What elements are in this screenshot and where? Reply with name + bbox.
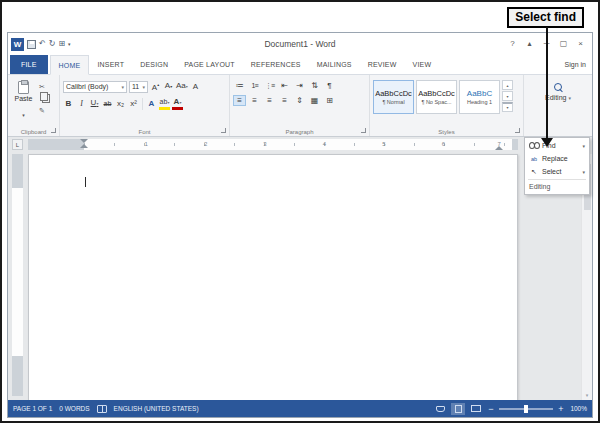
paste-label: Paste	[15, 95, 33, 102]
superscript-button[interactable]: x²	[128, 98, 139, 110]
find-dropdown-arrow-icon[interactable]: ▾	[582, 143, 585, 149]
format-painter-icon[interactable]: ✎	[39, 106, 50, 115]
subscript-button[interactable]: x₂	[115, 98, 126, 110]
bold-button[interactable]: B	[63, 98, 74, 110]
word-logo-icon[interactable]: W	[11, 38, 24, 51]
align-right-button[interactable]	[263, 95, 276, 106]
shrink-font-button[interactable]: A	[163, 80, 174, 93]
tab-review[interactable]: REVIEW	[360, 55, 405, 74]
editing-group-button[interactable]: Editing	[545, 82, 571, 101]
align-center-button[interactable]	[248, 95, 261, 106]
maximize-button[interactable]: ▢	[555, 36, 572, 52]
styles-scroll-down-icon[interactable]: ▾	[502, 91, 513, 101]
grow-font-button[interactable]: A	[150, 79, 161, 94]
zoom-slider[interactable]	[499, 408, 553, 410]
language-indicator[interactable]: ENGLISH (UNITED STATES)	[114, 405, 199, 412]
tab-home[interactable]: HOME	[50, 55, 90, 75]
touch-mode-icon[interactable]: ⊞	[58, 40, 65, 48]
clear-formatting-button[interactable]: A	[190, 81, 201, 93]
scroll-down-icon[interactable]: ▾	[586, 392, 589, 399]
font-dialog-launcher[interactable]	[221, 128, 226, 133]
right-indent-marker[interactable]	[495, 146, 503, 150]
redo-icon[interactable]: ↻	[49, 40, 56, 48]
multilevel-list-button[interactable]	[263, 80, 276, 91]
close-button[interactable]: ×	[572, 36, 589, 52]
zoom-percentage[interactable]: 100%	[569, 405, 587, 412]
font-color-button[interactable]: A	[172, 97, 183, 110]
paste-button[interactable]: Paste	[11, 78, 36, 124]
font-size-select[interactable]: 11	[129, 81, 148, 93]
strikethrough-button[interactable]: ab	[102, 98, 113, 110]
tab-insert[interactable]: INSERT	[89, 55, 132, 74]
show-formatting-marks-button[interactable]	[323, 80, 336, 91]
style-normal[interactable]: AaBbCcDc ¶ Normal	[373, 80, 414, 114]
save-icon[interactable]	[27, 40, 36, 49]
ruler-number: 6	[442, 140, 445, 149]
clipboard-group: Paste ✂ ✎ Clipboard	[8, 75, 60, 136]
ruler-number: 3	[263, 140, 266, 149]
ribbon-display-options-button[interactable]: ▴	[521, 36, 538, 52]
print-layout-button[interactable]	[451, 403, 465, 415]
tab-file[interactable]: FILE	[10, 55, 48, 74]
align-left-button[interactable]	[233, 95, 246, 106]
proofing-icon[interactable]	[97, 405, 107, 413]
tab-mailings[interactable]: MAILINGS	[309, 55, 360, 74]
editing-group: Editing	[524, 75, 592, 136]
numbering-button[interactable]	[248, 80, 261, 91]
clipboard-dialog-launcher[interactable]	[51, 128, 56, 133]
tab-page-layout[interactable]: PAGE LAYOUT	[176, 55, 243, 74]
ruler-text-region: 1 2 3 4 5 6 7	[84, 139, 512, 150]
document-page[interactable]	[28, 154, 518, 400]
undo-icon[interactable]: ↶	[39, 40, 46, 48]
read-mode-button[interactable]	[433, 403, 447, 415]
tab-view[interactable]: VIEW	[405, 55, 440, 74]
cut-icon[interactable]: ✂	[39, 82, 50, 91]
tab-references[interactable]: REFERENCES	[243, 55, 309, 74]
text-effects-button[interactable]: A	[146, 98, 157, 110]
tab-selector[interactable]	[12, 139, 23, 150]
underline-button[interactable]: U	[89, 97, 100, 110]
page-indicator[interactable]: PAGE 1 OF 1	[13, 405, 52, 412]
left-indent-marker[interactable]	[80, 139, 88, 148]
styles-dialog-launcher[interactable]	[515, 128, 520, 133]
paragraph-dialog-launcher[interactable]	[361, 128, 366, 133]
change-case-button[interactable]: Aa	[176, 80, 188, 93]
status-bar-right: − + 100%	[433, 403, 587, 415]
italic-button[interactable]: I	[76, 98, 87, 110]
styles-gallery-scroll: ▴ ▾ ▾	[502, 80, 513, 124]
line-spacing-button[interactable]	[293, 95, 306, 106]
menu-item-select[interactable]: ↖ Select ▾	[526, 165, 588, 178]
style-preview: AaBbC	[467, 89, 492, 98]
borders-button[interactable]	[323, 95, 336, 106]
menu-item-replace[interactable]: Replace	[526, 152, 588, 165]
menu-separator	[528, 179, 586, 180]
decrease-indent-button[interactable]	[278, 80, 291, 91]
increase-indent-button[interactable]	[293, 80, 306, 91]
select-dropdown-arrow-icon[interactable]: ▾	[582, 169, 585, 175]
style-heading-1[interactable]: AaBbC Heading 1	[459, 80, 500, 114]
styles-gallery-more-icon[interactable]: ▾	[502, 102, 513, 112]
font-name-select[interactable]: Calibri (Body)	[63, 81, 127, 93]
zoom-slider-thumb[interactable]	[524, 405, 528, 413]
shading-button[interactable]	[308, 95, 321, 106]
menu-item-find[interactable]: Find ▾	[526, 139, 588, 152]
qat-customize-arrow-icon[interactable]: ▾	[68, 41, 71, 47]
copy-icon[interactable]	[42, 94, 50, 103]
horizontal-ruler[interactable]: 1 2 3 4 5 6 7	[28, 139, 518, 150]
sort-button[interactable]	[308, 80, 321, 91]
bullets-button[interactable]	[233, 80, 246, 91]
web-layout-button[interactable]	[469, 403, 483, 415]
style-no-spacing[interactable]: AaBbCcDc ¶ No Spac...	[416, 80, 457, 114]
help-button[interactable]: ?	[504, 36, 521, 52]
word-count[interactable]: 0 WORDS	[59, 405, 89, 412]
clipboard-icon	[18, 81, 29, 94]
tab-design[interactable]: DESIGN	[132, 55, 176, 74]
styles-scroll-up-icon[interactable]: ▴	[502, 80, 513, 90]
highlight-color-button[interactable]: ab	[159, 97, 170, 110]
sign-in-link[interactable]: Sign in	[565, 61, 592, 68]
zoom-out-button[interactable]: −	[487, 404, 495, 414]
vertical-ruler[interactable]	[12, 154, 23, 396]
styles-group-label: Styles	[370, 129, 523, 135]
zoom-in-button[interactable]: +	[557, 404, 565, 414]
justify-button[interactable]	[278, 95, 291, 106]
